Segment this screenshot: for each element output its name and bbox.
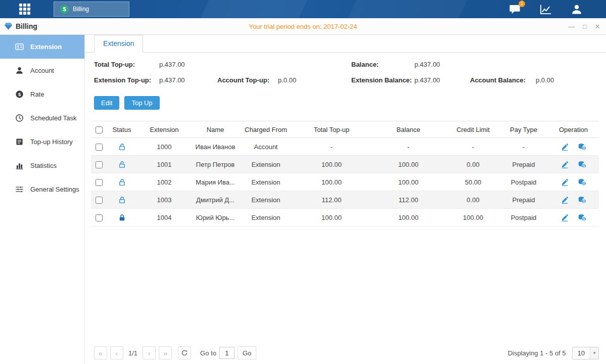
edit-icon[interactable] [561, 143, 569, 151]
sidebar-item-label: Scheduled Task [30, 114, 77, 122]
account-balance-label: Account Balance: [470, 76, 536, 84]
topup-icon[interactable]: $ [578, 196, 586, 204]
cell-credit-limit: 0.00 [447, 191, 499, 209]
svg-text:$: $ [583, 146, 585, 150]
sidebar-item-scheduled-task[interactable]: Scheduled Task [0, 106, 84, 130]
cell-pay-type: - [499, 138, 548, 156]
cell-total-topup: 100.00 [293, 173, 370, 191]
refresh-button[interactable] [178, 346, 191, 359]
go-button[interactable]: Go [238, 346, 256, 359]
prev-page-button[interactable]: ‹ [110, 346, 123, 359]
extension-table: Status Extension Name Charged From Total… [91, 121, 599, 226]
edit-icon[interactable] [561, 214, 569, 221]
unlocked-icon [118, 196, 126, 204]
sidebar-item-rate[interactable]: $ Rate [0, 82, 84, 106]
tab-extension[interactable]: Extension [94, 35, 143, 53]
summary-panel: Total Top-up: p.437.00 Balance: p.437.00… [94, 61, 606, 84]
billing-logo-icon [4, 22, 13, 30]
cell-balance: - [370, 138, 447, 156]
messages-icon[interactable]: 1 [508, 4, 521, 15]
cell-total-topup: 112.00 [293, 191, 370, 209]
topup-icon[interactable]: $ [578, 178, 586, 186]
trial-notice: Your trial period ends on: 2017-02-24 [0, 23, 606, 30]
cell-extension: 1002 [136, 173, 192, 191]
cell-total-topup: 100.00 [293, 156, 370, 173]
table-row: 1000 Иван Иванов Account - - - - $ [91, 138, 599, 156]
sidebar-item-label: Top-up History [30, 138, 73, 146]
cell-charged-from: Extension [239, 191, 293, 209]
page-size-select[interactable]: 10 ▾ [572, 347, 599, 359]
total-topup-label: Total Top-up: [94, 61, 159, 68]
cell-extension: 1003 [136, 191, 192, 209]
cell-pay-type: Prepaid [499, 191, 548, 209]
cell-total-topup: - [293, 138, 370, 156]
account-topup-value: p.0.00 [278, 76, 351, 84]
topup-icon[interactable]: $ [578, 161, 586, 168]
edit-icon[interactable] [561, 161, 569, 168]
displaying-text: Displaying 1 - 5 of 5 [508, 349, 566, 357]
account-topup-label: Account Top-up: [217, 76, 278, 84]
sidebar-item-topup-history[interactable]: Top-up History [0, 130, 84, 154]
cell-balance: 100.00 [370, 173, 447, 191]
window-title-bar: Your trial period ends on: 2017-02-24 Bi… [0, 18, 606, 35]
select-all-checkbox[interactable] [96, 126, 103, 133]
extension-topup-value: p.437.00 [159, 76, 217, 84]
clock-icon [15, 114, 24, 122]
cell-total-topup: 100.00 [293, 209, 370, 226]
goto-page-input[interactable] [219, 347, 235, 359]
topup-icon[interactable]: $ [578, 214, 586, 221]
first-page-button[interactable]: « [94, 346, 107, 359]
cell-extension: 1000 [136, 138, 192, 156]
account-icon [15, 66, 24, 75]
row-checkbox[interactable] [96, 144, 103, 151]
column-header-pay-type: Pay Type [499, 121, 548, 138]
column-header-balance: Balance [370, 121, 447, 138]
edit-button[interactable]: Edit [94, 96, 119, 110]
table-row: 1003 Дмитрий Д... Extension 112.00 112.0… [91, 191, 599, 209]
cell-balance: 112.00 [370, 191, 447, 209]
cell-extension: 1004 [136, 209, 192, 226]
statistics-chart-icon[interactable] [539, 4, 552, 15]
svg-text:$: $ [583, 181, 585, 186]
column-header-name: Name [192, 121, 239, 138]
apps-grid-icon[interactable] [19, 4, 30, 15]
cell-extension: 1001 [136, 156, 192, 173]
total-topup-value: p.437.00 [159, 61, 217, 68]
sidebar-item-label: Statistics [30, 162, 57, 169]
unlocked-icon [118, 161, 126, 168]
notification-badge: 1 [519, 1, 525, 7]
topup-icon[interactable]: $ [578, 143, 586, 151]
cell-charged-from: Extension [239, 156, 293, 173]
tab-strip: Extension [85, 35, 606, 53]
sidebar: Extension Account $ Rate Scheduled Task … [0, 35, 85, 364]
minimize-icon[interactable]: — [568, 23, 575, 30]
cell-pay-type: Prepaid [499, 156, 548, 173]
edit-icon[interactable] [561, 196, 569, 204]
column-header-charged-from: Charged From [239, 121, 293, 138]
user-account-icon[interactable] [571, 4, 583, 15]
table-body: 1000 Иван Иванов Account - - - - $ 1001 … [91, 138, 599, 226]
top-up-button[interactable]: Top Up [124, 96, 159, 110]
sidebar-item-account[interactable]: Account [0, 59, 84, 82]
topbar-billing-tab[interactable]: $ Billing [54, 2, 129, 17]
row-checkbox[interactable] [96, 161, 103, 168]
cell-credit-limit: - [447, 138, 499, 156]
row-checkbox[interactable] [96, 197, 103, 204]
balance-label: Balance: [351, 61, 414, 68]
cell-charged-from: Extension [239, 209, 293, 226]
cell-name: Дмитрий Д... [192, 191, 239, 209]
sidebar-item-statistics[interactable]: Statistics [0, 154, 84, 177]
next-page-button[interactable]: › [143, 346, 156, 359]
cell-credit-limit: 100.00 [447, 209, 499, 226]
row-checkbox[interactable] [96, 179, 103, 186]
pagination-bar: « ‹ 1/1 › » Go to Go Displaying 1 - 5 of… [94, 346, 599, 360]
last-page-button[interactable]: » [159, 346, 172, 359]
sidebar-item-extension[interactable]: Extension [0, 35, 84, 59]
row-checkbox[interactable] [96, 214, 103, 221]
sidebar-item-general-settings[interactable]: General Settings [0, 177, 84, 201]
svg-text:$: $ [583, 217, 585, 221]
close-icon[interactable]: × [595, 22, 600, 31]
edit-icon[interactable] [561, 178, 569, 186]
account-balance-value: p.0.00 [536, 76, 606, 84]
maximize-icon[interactable]: □ [583, 23, 587, 30]
